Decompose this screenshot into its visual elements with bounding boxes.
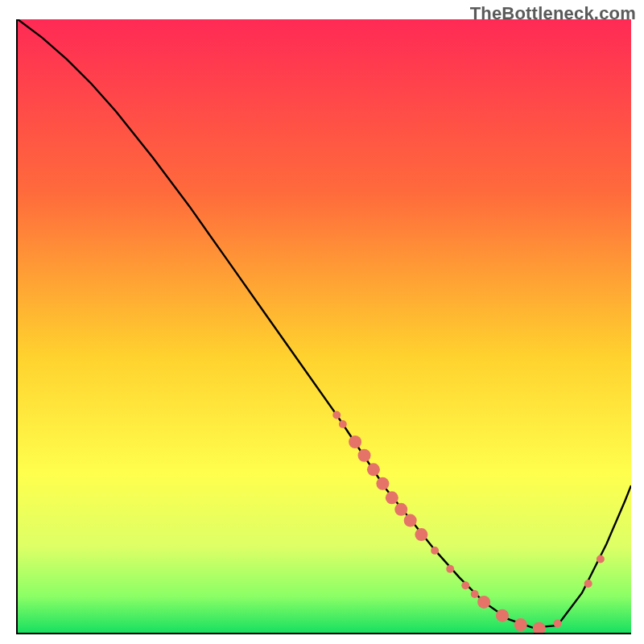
highlight-dot bbox=[404, 514, 417, 527]
highlight-dot bbox=[367, 463, 380, 476]
highlight-dot bbox=[477, 596, 490, 609]
highlight-dot bbox=[584, 580, 592, 588]
highlight-dot bbox=[496, 609, 509, 622]
plot-frame bbox=[16, 19, 631, 634]
highlight-dot bbox=[431, 547, 439, 555]
highlight-dot bbox=[554, 620, 562, 628]
highlight-dot bbox=[358, 449, 371, 462]
chart-svg bbox=[18, 19, 631, 633]
highlight-dot bbox=[376, 477, 389, 490]
background-rect bbox=[18, 19, 631, 633]
highlight-dot bbox=[349, 436, 361, 448]
highlight-dot bbox=[332, 411, 341, 419]
highlight-dot bbox=[446, 565, 454, 573]
highlight-dot bbox=[461, 581, 469, 589]
chart-stage: TheBottleneck.com bbox=[0, 0, 644, 644]
highlight-dot bbox=[597, 555, 605, 564]
highlight-dot bbox=[394, 503, 407, 516]
highlight-dot bbox=[471, 590, 479, 598]
highlight-dot bbox=[415, 528, 427, 541]
watermark-text: TheBottleneck.com bbox=[470, 3, 636, 24]
highlight-dot bbox=[339, 420, 347, 428]
highlight-dot bbox=[386, 491, 398, 504]
highlight-dot bbox=[514, 618, 527, 631]
